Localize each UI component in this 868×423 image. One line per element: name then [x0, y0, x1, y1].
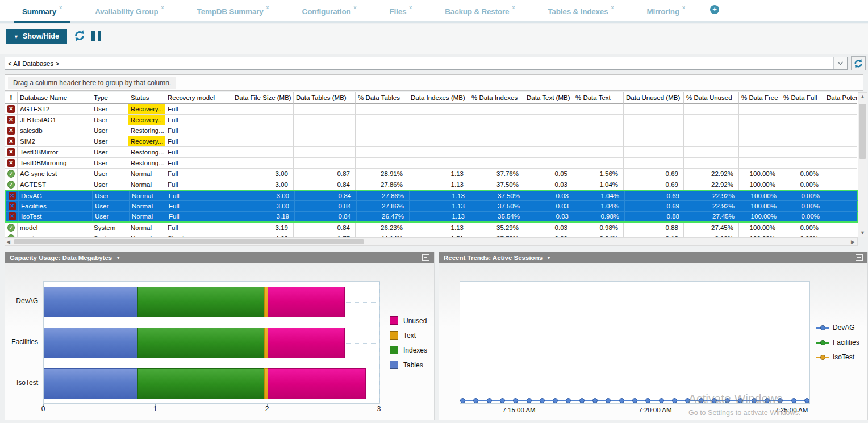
table-row[interactable]: ✓modelSystemNormalFull3.190.8426.23%1.13… [5, 223, 858, 233]
table-cell [825, 191, 858, 201]
close-tab-icon[interactable]: x [682, 5, 685, 10]
column-header-data-indexes-mb-[interactable]: Data Indexes (MB) [408, 92, 469, 104]
table-cell [356, 104, 408, 115]
column-header-data-file-size-mb-[interactable]: Data File Size (MB)▴ [232, 92, 294, 104]
horizontal-scroll-thumb[interactable] [14, 239, 364, 244]
grid-horizontal-scrollbar[interactable]: ◀ ▶ [5, 237, 858, 246]
table-cell [781, 158, 824, 169]
table-row[interactable]: ✓masterSystemNormalSimple4.001.7744.14%1… [5, 233, 858, 237]
chevron-down-icon[interactable]: ▼ [546, 256, 551, 261]
table-cell: 0.98% [573, 223, 624, 233]
table-cell [356, 115, 408, 125]
tab-configuration[interactable]: Configurationx [294, 2, 365, 23]
scroll-left-icon[interactable]: ◀ [6, 239, 10, 245]
close-tab-icon[interactable]: x [512, 5, 515, 10]
data-point-marker [566, 398, 571, 403]
row-status-cell: ✓ [5, 179, 18, 190]
refresh-button[interactable] [851, 56, 866, 70]
table-row[interactable]: ✕TestDBMirrorUserRestoring...Full [5, 147, 858, 158]
refresh-icon[interactable] [73, 30, 86, 42]
collapse-panel-icon[interactable] [422, 254, 429, 261]
column-header-data-tables-mb-[interactable]: Data Tables (MB) [294, 92, 356, 104]
tab-mirroring[interactable]: Mirroringx [639, 2, 693, 23]
table-cell: 0.00% [781, 169, 824, 179]
scroll-right-icon[interactable]: ▶ [851, 239, 855, 245]
table-row[interactable]: ✕AGTEST2UserRecovery...Full [5, 104, 858, 115]
pause-icon[interactable] [91, 30, 104, 42]
tab-summary[interactable]: Summaryx [14, 2, 70, 23]
close-tab-icon[interactable]: x [161, 5, 164, 10]
table-cell: Full [165, 223, 232, 233]
time-tick-label: 7:20:00 AM [629, 407, 681, 413]
column-header--data-tables[interactable]: % Data Tables [356, 92, 408, 104]
add-tab-button[interactable]: + [710, 5, 719, 14]
data-point-marker [527, 398, 532, 403]
group-by-bar[interactable]: Drag a column header here to group by th… [5, 74, 863, 91]
tab-bar: SummaryxAvailability GroupxTempDB Summar… [0, 0, 868, 23]
table-row[interactable]: ✕JLBTestAG1UserRecovery...Full [5, 115, 858, 125]
column-header--data-text[interactable]: % Data Text [573, 92, 624, 104]
row-status-cell: ✕ [5, 147, 18, 158]
trends-panel-header[interactable]: Recent Trends: Active Sessions ▼ [439, 252, 867, 263]
table-row[interactable]: ✓AGTESTUserNormalFull3.000.8427.86%1.133… [5, 179, 858, 190]
show-hide-button[interactable]: ▼ Show/Hide [6, 29, 67, 44]
capacity-panel-title: Capacity Usage: Data Megabytes [10, 254, 112, 261]
table-cell: Normal [130, 201, 166, 212]
column-header--data-unused[interactable]: % Data Unused [684, 92, 739, 104]
column-header-type[interactable]: Type [91, 92, 128, 104]
column-header-data-text-mb-[interactable]: Data Text (MB) [524, 92, 573, 104]
table-row[interactable]: ✕IsoTestUserNormalFull3.190.8426.47%1.13… [5, 212, 858, 223]
data-point-marker [579, 398, 585, 403]
scroll-down-icon[interactable]: ▼ [858, 230, 867, 236]
tab-files[interactable]: Filesx [382, 2, 420, 23]
column-header--data-free[interactable]: % Data Free [739, 92, 781, 104]
tab-tempdb-summary[interactable]: TempDB Summaryx [189, 2, 277, 23]
table-cell [824, 115, 857, 125]
tab-availability-group[interactable]: Availability Groupx [87, 2, 172, 23]
close-tab-icon[interactable]: x [409, 5, 412, 10]
table-cell: 0.69 [624, 169, 684, 179]
close-tab-icon[interactable]: x [353, 5, 356, 10]
table-cell: User [91, 136, 128, 147]
legend-line-marker [816, 327, 829, 329]
table-cell: Normal [128, 179, 165, 190]
legend-label: Facilities [833, 338, 859, 346]
table-row[interactable]: ✕salesdbUserRestoring...Full [5, 125, 858, 136]
column-header-status[interactable]: Status [128, 92, 165, 104]
scroll-up-icon[interactable]: ▲ [858, 94, 867, 99]
database-select[interactable]: < All Databases > [5, 57, 848, 70]
column-header-recovery-model[interactable]: Recovery model [165, 92, 232, 104]
column-header--data-full[interactable]: % Data Full [781, 92, 824, 104]
column-header--data-indexes[interactable]: % Data Indexes [469, 92, 524, 104]
close-tab-icon[interactable]: x [611, 5, 614, 10]
table-cell: 0.69 [625, 191, 685, 201]
column-header-data-unused-mb-[interactable]: Data Unused (MB) [624, 92, 684, 104]
tab-backup-restore[interactable]: Backup & Restorex [437, 2, 523, 23]
table-cell: User [93, 212, 130, 221]
vertical-scroll-thumb[interactable] [859, 104, 866, 159]
table-row[interactable]: ✕TestDBMirroringUserRestoring...Full [5, 158, 858, 169]
chevron-down-icon[interactable] [833, 57, 847, 69]
tab-tables-indexes[interactable]: Tables & Indexesx [540, 2, 621, 23]
grid-vertical-scrollbar[interactable]: ▲ ▼ [858, 92, 867, 237]
table-cell [624, 147, 684, 158]
table-cell [825, 212, 858, 221]
table-row[interactable]: ✓AG sync testUserNormalFull3.000.8728.91… [5, 169, 858, 179]
chevron-down-icon[interactable]: ▼ [116, 256, 120, 261]
collapse-panel-icon[interactable] [856, 254, 863, 261]
column-header-data-poten[interactable]: Data Poten [824, 92, 857, 104]
table-row[interactable]: ✕SIM2UserRecovery...Full [5, 136, 858, 147]
table-cell [739, 125, 781, 136]
capacity-chart-plot [43, 281, 380, 404]
close-tab-icon[interactable]: x [59, 5, 62, 10]
table-row[interactable]: ✕FacilitiesUserNormalFull3.000.8427.86%1… [5, 201, 858, 212]
table-cell: 37.76% [469, 169, 524, 179]
column-header-database-name[interactable]: Database Name [18, 92, 91, 104]
legend-swatch [390, 316, 398, 325]
ok-status-icon: ✓ [7, 224, 15, 232]
table-cell: Normal [128, 223, 165, 233]
table-row[interactable]: ✕DevAGUserNormalFull3.000.8427.86%1.1337… [5, 190, 858, 201]
table-cell: Full [165, 169, 232, 179]
close-tab-icon[interactable]: x [266, 5, 269, 10]
capacity-panel-header[interactable]: Capacity Usage: Data Megabytes ▼ [5, 252, 434, 263]
